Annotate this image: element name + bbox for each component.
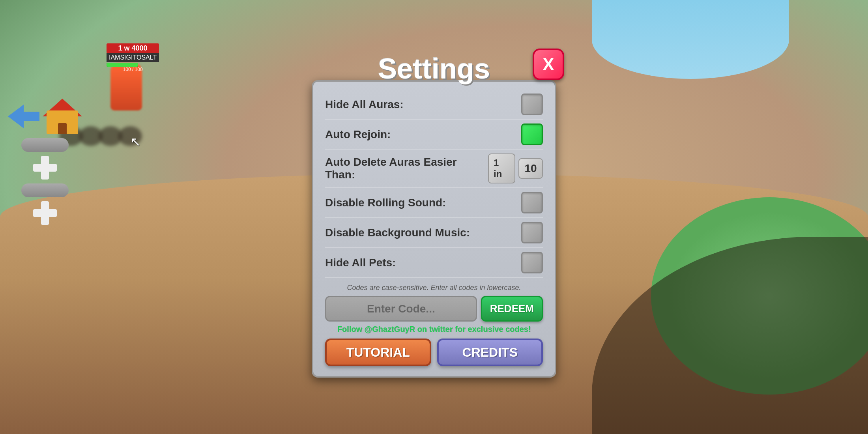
setting-disable-rolling-sound: Disable Rolling Sound: — [325, 188, 543, 218]
toggle-bg-music[interactable] — [521, 222, 543, 243]
code-input-placeholder: Enter Code... — [367, 303, 435, 315]
code-hint-text: Codes are case-sensitive. Enter all code… — [325, 284, 543, 292]
modal-body: Hide All Auras: Auto Rejoin: Auto Delete… — [312, 80, 556, 378]
code-input-row: Enter Code... REDEEM — [325, 296, 543, 322]
modal-overlay: Settings X Hide All Auras: Auto Rejoin: … — [0, 0, 868, 434]
setting-label-auto-delete: Auto Delete Auras Easier Than: — [325, 156, 488, 181]
setting-label-hide-pets: Hide All Pets: — [325, 256, 396, 269]
setting-label-rolling-sound: Disable Rolling Sound: — [325, 196, 446, 209]
setting-auto-rejoin: Auto Rejoin: — [325, 120, 543, 150]
auto-delete-value[interactable]: 10 — [518, 158, 543, 179]
credits-button[interactable]: CREDITS — [437, 339, 543, 366]
redeem-button[interactable]: REDEEM — [481, 296, 543, 322]
redeem-label: REDEEM — [490, 303, 534, 315]
toggle-hide-pets[interactable] — [521, 252, 543, 273]
toggle-hide-all-auras[interactable] — [521, 94, 543, 115]
setting-label-auto-rejoin: Auto Rejoin: — [325, 128, 391, 141]
tutorial-label: TUTORIAL — [346, 345, 410, 360]
tutorial-button[interactable]: TUTORIAL — [325, 339, 431, 366]
setting-label-hide-all-auras: Hide All Auras: — [325, 98, 404, 111]
settings-modal: Settings X Hide All Auras: Auto Rejoin: … — [312, 56, 556, 378]
twitter-hint-text: Follow @GhaztGuyR on twitter for exclusi… — [325, 325, 543, 334]
code-input-field[interactable]: Enter Code... — [325, 296, 477, 322]
toggle-rolling-sound[interactable] — [521, 192, 543, 213]
modal-title: Settings — [312, 52, 556, 85]
setting-hide-all-pets: Hide All Pets: — [325, 248, 543, 278]
auto-delete-controls: 1 in 10 — [488, 153, 543, 183]
credits-label: CREDITS — [462, 345, 518, 360]
setting-label-bg-music: Disable Background Music: — [325, 226, 470, 239]
code-section: Codes are case-sensitive. Enter all code… — [325, 284, 543, 366]
setting-hide-all-auras: Hide All Auras: — [325, 90, 543, 120]
close-icon: X — [542, 56, 554, 73]
toggle-auto-rejoin[interactable] — [521, 123, 543, 145]
bottom-buttons: TUTORIAL CREDITS — [325, 339, 543, 366]
setting-disable-bg-music: Disable Background Music: — [325, 218, 543, 248]
close-button[interactable]: X — [533, 49, 564, 80]
setting-auto-delete: Auto Delete Auras Easier Than: 1 in 10 — [325, 150, 543, 188]
auto-delete-prefix: 1 in — [488, 153, 515, 183]
